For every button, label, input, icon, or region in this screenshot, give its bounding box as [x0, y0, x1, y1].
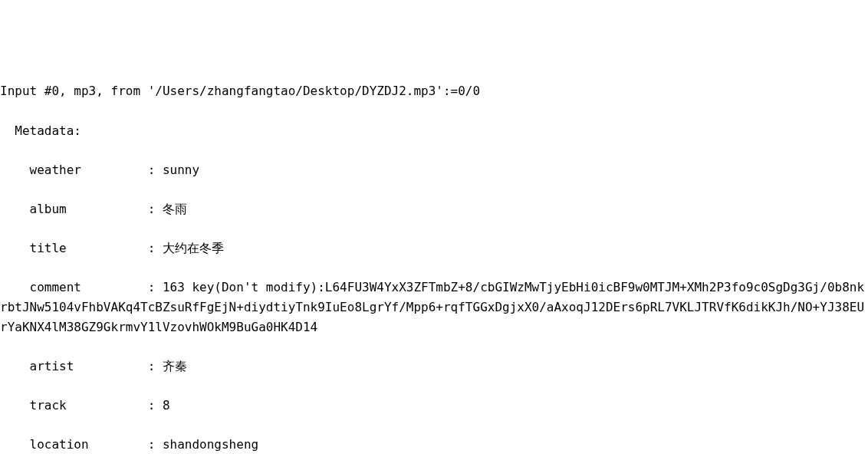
- sep: :: [148, 163, 163, 177]
- metadata-label: Metadata:: [0, 121, 868, 141]
- metadata-track: track : 8: [0, 396, 868, 416]
- sep: :: [148, 280, 163, 294]
- key-track: track: [0, 398, 148, 413]
- metadata-comment: comment : 163 key(Don't modify):L64FU3W4…: [0, 278, 868, 337]
- value-track: 8: [163, 398, 170, 413]
- metadata-weather: weather : sunny: [0, 160, 868, 180]
- sep: :: [148, 398, 163, 413]
- key-album: album: [0, 202, 148, 216]
- value-location: shandongsheng: [163, 437, 258, 452]
- sep: :: [148, 359, 163, 373]
- key-title: title: [0, 241, 148, 255]
- key-comment: comment: [0, 280, 148, 294]
- key-artist: artist: [0, 359, 148, 373]
- sep: :: [148, 202, 163, 216]
- value-weather: sunny: [163, 163, 199, 177]
- key-weather: weather: [0, 163, 148, 177]
- metadata-artist: artist : 齐秦: [0, 357, 868, 376]
- sep: :: [148, 437, 163, 452]
- key-location: location: [0, 437, 148, 452]
- value-album: 冬雨: [163, 202, 187, 216]
- value-artist: 齐秦: [163, 359, 187, 373]
- metadata-album: album : 冬雨: [0, 199, 868, 219]
- metadata-title: title : 大约在冬季: [0, 238, 868, 258]
- metadata-location: location : shandongsheng: [0, 435, 868, 455]
- value-title: 大约在冬季: [163, 241, 224, 255]
- input-header: Input #0, mp3, from '/Users/zhangfangtao…: [0, 81, 868, 101]
- sep: :: [148, 241, 163, 255]
